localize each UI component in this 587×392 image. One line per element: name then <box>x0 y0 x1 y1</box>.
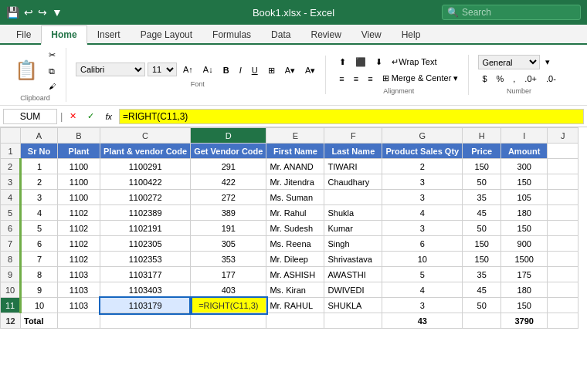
cell-C8[interactable]: 1102353 <box>100 252 191 267</box>
cell-D11[interactable]: =RIGHT(C11,3) <box>191 298 266 313</box>
confirm-formula-button[interactable]: ✓ <box>83 109 98 123</box>
format-painter-button[interactable]: 🖌 <box>45 80 59 93</box>
cell-D9[interactable]: 177 <box>191 267 266 282</box>
cell-B6[interactable]: 1102 <box>58 221 100 236</box>
cell-H11[interactable]: 50 <box>463 298 501 313</box>
cell-I4[interactable]: 105 <box>501 190 548 205</box>
cell-C10[interactable]: 1103403 <box>100 282 191 298</box>
tab-help[interactable]: Help <box>392 25 431 43</box>
save-icon[interactable]: 💾 <box>6 6 19 19</box>
underline-button[interactable]: U <box>248 63 262 77</box>
cell-I2[interactable]: 300 <box>501 159 548 174</box>
tab-page-layout[interactable]: Page Layout <box>131 25 202 43</box>
cell-A1[interactable]: Sr No <box>21 144 58 159</box>
cell-I10[interactable]: 180 <box>501 282 548 298</box>
cell-H7[interactable]: 150 <box>463 236 501 252</box>
border-button[interactable]: ⊞ <box>264 63 279 78</box>
tab-formulas[interactable]: Formulas <box>202 25 261 43</box>
cell-E7[interactable]: Ms. Reena <box>266 236 324 252</box>
formula-input[interactable] <box>119 109 584 124</box>
cell-F10[interactable]: DWIVEDI <box>324 282 382 298</box>
align-left-button[interactable]: ≡ <box>335 71 348 86</box>
cell-I8[interactable]: 1500 <box>501 252 548 267</box>
font-size-decrease-button[interactable]: A↓ <box>199 63 217 76</box>
cell-G10[interactable]: 4 <box>382 282 463 298</box>
cell-E8[interactable]: Mr. Dileep <box>266 252 324 267</box>
col-header-B[interactable]: B <box>58 128 100 144</box>
cell-G3[interactable]: 3 <box>382 174 463 190</box>
cell-E6[interactable]: Mr. Sudesh <box>266 221 324 236</box>
wrap-text-button[interactable]: ↵Wrap Text <box>388 55 440 69</box>
cell-G5[interactable]: 4 <box>382 205 463 221</box>
percent-button[interactable]: % <box>493 72 508 86</box>
cell-reference-box[interactable] <box>3 109 57 124</box>
cell-I6[interactable]: 150 <box>501 221 548 236</box>
cell-D7[interactable]: 305 <box>191 236 266 252</box>
cell-C3[interactable]: 1100422 <box>100 174 191 190</box>
tab-data[interactable]: Data <box>261 25 300 43</box>
cell-C4[interactable]: 1100272 <box>100 190 191 205</box>
search-box[interactable]: 🔍 <box>442 5 581 20</box>
cell-F5[interactable]: Shukla <box>324 205 382 221</box>
cell-G11[interactable]: 3 <box>382 298 463 313</box>
cell-B8[interactable]: 1102 <box>58 252 100 267</box>
customize-icon[interactable]: ▼ <box>52 6 63 19</box>
cell-A5[interactable]: 4 <box>21 205 58 221</box>
col-header-I[interactable]: I <box>501 128 548 144</box>
cell-F1[interactable]: Last Name <box>324 144 382 159</box>
cell-I1[interactable]: Amount <box>501 144 548 159</box>
tab-home[interactable]: Home <box>41 25 87 45</box>
cell-I11[interactable]: 150 <box>501 298 548 313</box>
cell-F9[interactable]: AWASTHI <box>324 267 382 282</box>
cell-A11[interactable]: 10 <box>21 298 58 313</box>
cell-D1[interactable]: Get Vendor Code <box>191 144 266 159</box>
copy-button[interactable]: ⧉ <box>45 64 59 79</box>
cell-E5[interactable]: Mr. Rahul <box>266 205 324 221</box>
cell-B9[interactable]: 1103 <box>58 267 100 282</box>
cell-G8[interactable]: 10 <box>382 252 463 267</box>
cell-D10[interactable]: 403 <box>191 282 266 298</box>
cell-G6[interactable]: 3 <box>382 221 463 236</box>
cell-E2[interactable]: Mr. ANAND <box>266 159 324 174</box>
col-header-G[interactable]: G <box>382 128 463 144</box>
cell-A8[interactable]: 7 <box>21 252 58 267</box>
cell-C2[interactable]: 1100291 <box>100 159 191 174</box>
cell-I3[interactable]: 150 <box>501 174 548 190</box>
cell-D3[interactable]: 422 <box>191 174 266 190</box>
tab-file[interactable]: File <box>6 25 41 43</box>
redo-icon[interactable]: ↪ <box>38 6 47 19</box>
tab-insert[interactable]: Insert <box>87 25 131 43</box>
cell-C5[interactable]: 1102389 <box>100 205 191 221</box>
fill-color-button[interactable]: A▾ <box>281 63 299 78</box>
cell-G2[interactable]: 2 <box>382 159 463 174</box>
cell-F6[interactable]: Kumar <box>324 221 382 236</box>
cell-F4[interactable] <box>324 190 382 205</box>
cell-F11[interactable]: SHUKLA <box>324 298 382 313</box>
cell-G7[interactable]: 6 <box>382 236 463 252</box>
increase-decimal-button[interactable]: .0+ <box>521 72 541 86</box>
paste-button[interactable]: 📋 <box>11 57 42 83</box>
decrease-decimal-button[interactable]: .0- <box>542 72 560 86</box>
cell-A7[interactable]: 6 <box>21 236 58 252</box>
window-controls[interactable]: 💾 ↩ ↪ ▼ <box>6 6 63 19</box>
cell-D4[interactable]: 272 <box>191 190 266 205</box>
cell-E3[interactable]: Mr. Jitendra <box>266 174 324 190</box>
cell-A12[interactable]: Total <box>21 313 58 329</box>
tab-view[interactable]: View <box>351 25 392 43</box>
cell-G9[interactable]: 5 <box>382 267 463 282</box>
font-family-select[interactable]: Calibri <box>76 63 145 76</box>
cell-G1[interactable]: Product Sales Qty <box>382 144 463 159</box>
cell-H8[interactable]: 150 <box>463 252 501 267</box>
cut-button[interactable]: ✂ <box>45 48 59 63</box>
col-header-C[interactable]: C <box>100 128 191 144</box>
font-size-increase-button[interactable]: A↑ <box>179 63 197 76</box>
comma-button[interactable]: , <box>509 72 519 86</box>
italic-button[interactable]: I <box>236 63 246 77</box>
cell-H10[interactable]: 45 <box>463 282 501 298</box>
cell-B2[interactable]: 1100 <box>58 159 100 174</box>
cell-H9[interactable]: 35 <box>463 267 501 282</box>
cell-A6[interactable]: 5 <box>21 221 58 236</box>
currency-button[interactable]: $ <box>478 72 490 86</box>
cell-E9[interactable]: Mr. ASHISH <box>266 267 324 282</box>
cell-C6[interactable]: 1102191 <box>100 221 191 236</box>
